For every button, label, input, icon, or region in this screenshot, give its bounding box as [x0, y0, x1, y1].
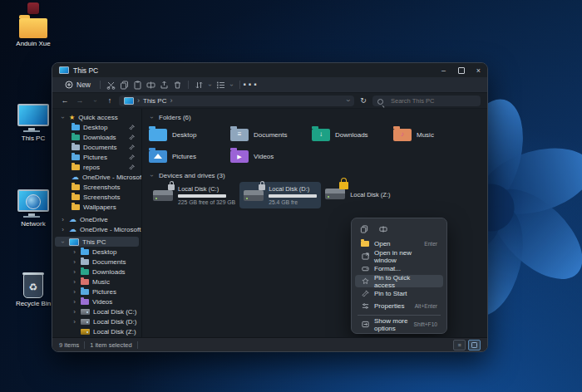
sidebar-item-local-disk-d[interactable]: Local Disk (D:)	[55, 316, 139, 326]
desktop-icon-label: Network	[21, 221, 45, 228]
minimize-button[interactable]	[435, 63, 452, 77]
cropped-app-icon[interactable]	[27, 2, 39, 14]
desktop-icon-user-folder[interactable]: Anduin Xue	[7, 18, 60, 48]
folder-tile-videos[interactable]: Videos	[230, 145, 312, 167]
sidebar-item-pc-desktop[interactable]: Desktop	[55, 247, 139, 257]
hard-drive-icon	[244, 190, 264, 201]
drive-tile-c[interactable]: Local Disk (C:) 225 GB free of 329 GB	[149, 182, 239, 208]
collapse-chevron-icon[interactable]	[59, 239, 67, 245]
menu-item-show-more-options[interactable]: Show more options Shift+F10	[355, 318, 443, 331]
sidebar-item-onedrive-microsoft[interactable]: OneDrive - Microsoft	[55, 224, 139, 234]
rename-icon[interactable]	[146, 80, 156, 91]
sidebar-item-pc-downloads[interactable]: Downloads	[55, 267, 139, 277]
collapse-chevron-icon[interactable]	[148, 173, 155, 179]
collapse-chevron-icon[interactable]	[59, 115, 67, 120]
sidebar-item-this-pc[interactable]: This PC	[55, 237, 139, 247]
see-more-icon[interactable]	[245, 80, 256, 91]
folder-tile-music[interactable]: Music	[393, 124, 475, 145]
expand-chevron-icon[interactable]	[72, 298, 77, 306]
locked-drive-icon	[81, 329, 90, 335]
cut-icon[interactable]	[106, 80, 116, 91]
search-input[interactable]	[389, 96, 467, 105]
folder-tile-documents[interactable]: Documents	[230, 124, 312, 145]
hard-drive-icon	[153, 190, 173, 201]
title-bar[interactable]: This PC	[52, 63, 487, 77]
sidebar-label: Quick access	[78, 114, 118, 121]
expand-chevron-icon[interactable]	[72, 308, 77, 316]
sidebar-item-quick-access[interactable]: Quick access	[55, 112, 139, 122]
sidebar-item-screenshots-1[interactable]: Screenshots	[55, 182, 139, 192]
up-button[interactable]	[104, 96, 116, 105]
sidebar-item-desktop[interactable]: Desktop	[55, 122, 139, 132]
folder-tile-downloads[interactable]: Downloads	[312, 124, 393, 145]
breadcrumb-location[interactable]: This PC	[143, 97, 166, 105]
forward-button[interactable]	[74, 96, 86, 105]
sort-icon[interactable]	[194, 80, 205, 91]
sidebar-item-repos[interactable]: repos	[55, 162, 139, 172]
expand-chevron-icon[interactable]	[72, 258, 77, 266]
share-icon[interactable]	[159, 80, 170, 91]
new-button[interactable]: New	[59, 78, 95, 92]
folder-icon	[72, 145, 80, 150]
sidebar-item-pc-music[interactable]: Music	[55, 277, 139, 287]
folder-icon	[72, 194, 80, 200]
menu-item-pin-to-quick-access[interactable]: Pin to Quick access	[355, 275, 443, 287]
sidebar-item-pictures[interactable]: Pictures	[55, 152, 139, 162]
sidebar-item-downloads[interactable]: Downloads	[55, 132, 139, 142]
menu-item-label: Properties	[374, 302, 404, 310]
folder-tile-desktop[interactable]: Desktop	[149, 124, 230, 145]
thumbnails-view-button[interactable]	[468, 340, 481, 350]
sidebar-item-onedrive[interactable]: OneDrive	[55, 214, 139, 224]
copy-icon[interactable]	[357, 223, 371, 234]
expand-chevron-icon[interactable]	[72, 278, 77, 286]
properties-icon	[361, 302, 369, 311]
address-dropdown-icon[interactable]	[344, 100, 353, 102]
sidebar-item-pc-pictures[interactable]: Pictures	[55, 287, 139, 296]
maximize-button[interactable]	[452, 63, 470, 77]
rename-icon[interactable]	[376, 223, 390, 234]
menu-item-pin-to-start[interactable]: Pin to Start	[355, 287, 443, 300]
sidebar-item-pc-videos[interactable]: Videos	[55, 296, 139, 306]
drives-section-header[interactable]: Devices and drives (3)	[149, 172, 487, 179]
refresh-button[interactable]	[358, 96, 369, 105]
sidebar-item-pc-documents[interactable]: Documents	[55, 257, 139, 267]
expand-chevron-icon[interactable]	[60, 216, 66, 223]
menu-item-label: Format...	[374, 265, 401, 272]
details-view-button[interactable]	[453, 340, 466, 350]
sidebar-item-wallpapers[interactable]: Wallpapers	[55, 202, 139, 212]
menu-item-properties[interactable]: Properties Alt+Enter	[355, 300, 443, 312]
expand-chevron-icon[interactable]	[72, 268, 77, 276]
drive-icon	[81, 319, 90, 325]
menu-item-open-new-window[interactable]: Open in new window	[355, 250, 443, 262]
recycle-bin-icon	[23, 274, 43, 298]
expand-chevron-icon[interactable]	[60, 226, 66, 233]
view-icon[interactable]	[215, 80, 226, 91]
drive-tile-d-selected[interactable]: Local Disk (D:) 25.4 GB fre	[239, 182, 321, 208]
sidebar-item-documents[interactable]: Documents	[55, 142, 139, 152]
sidebar-item-screenshots-2[interactable]: Screenshots	[55, 192, 139, 202]
paste-icon[interactable]	[132, 80, 143, 91]
drive-tile-z[interactable]: Local Disk (Z:)	[321, 182, 394, 203]
sidebar-item-local-disk-c[interactable]: Local Disk (C:)	[55, 306, 139, 316]
search-box[interactable]	[372, 96, 481, 106]
breadcrumb[interactable]: This PC	[119, 96, 354, 106]
close-button[interactable]	[470, 63, 487, 77]
drive-icon	[81, 309, 90, 315]
expand-chevron-icon[interactable]	[72, 288, 77, 296]
collapse-chevron-icon[interactable]	[148, 115, 155, 120]
pinned-icon	[129, 135, 135, 140]
expand-chevron-icon[interactable]	[72, 318, 77, 326]
sidebar-item-local-disk-z[interactable]: Local Disk (Z:)	[55, 326, 139, 336]
window-tab-this-pc[interactable]: This PC	[59, 66, 98, 75]
sidebar-label: repos	[83, 164, 100, 171]
sidebar-label: Documents	[92, 258, 126, 266]
back-button[interactable]	[59, 96, 71, 105]
music-note-emblem-icon	[401, 131, 404, 138]
delete-icon[interactable]	[172, 80, 183, 91]
folders-section-header[interactable]: Folders (6)	[149, 114, 487, 121]
copy-icon[interactable]	[119, 80, 130, 91]
folder-tile-pictures[interactable]: Pictures	[149, 145, 230, 167]
history-chevron-icon[interactable]	[91, 95, 99, 106]
expand-chevron-icon[interactable]	[72, 248, 77, 256]
sidebar-item-onedrive-microsoft-shortcut[interactable]: OneDrive - Microsoft	[55, 172, 139, 182]
